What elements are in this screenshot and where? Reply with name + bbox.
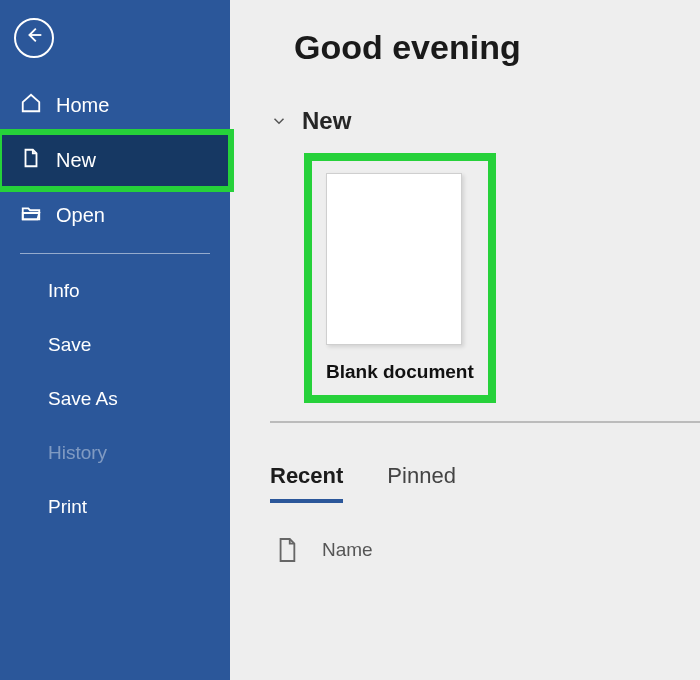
sidebar-item-home[interactable]: Home [0,78,230,133]
sidebar-item-history: History [0,426,230,480]
document-icon [20,147,42,174]
section-new-header[interactable]: New [270,107,700,135]
sidebar-item-print[interactable]: Print [0,480,230,534]
list-header: Name [276,537,700,563]
sidebar-divider [20,253,210,254]
arrow-left-icon [23,24,45,52]
sidebar: Home New Open Info Save Sav [0,0,230,680]
app-root: Home New Open Info Save Sav [0,0,700,680]
sidebar-item-info[interactable]: Info [0,264,230,318]
main-panel: Good evening New Blank document Recent P… [230,0,700,680]
template-blank-document[interactable]: Blank document [310,159,490,397]
sidebar-item-open[interactable]: Open [0,188,230,243]
tab-recent[interactable]: Recent [270,463,343,503]
section-divider [270,421,700,423]
home-icon [20,92,42,119]
template-label: Blank document [326,361,474,383]
tab-pinned[interactable]: Pinned [387,463,456,503]
page-title: Good evening [294,28,700,67]
sidebar-item-label: New [56,149,96,172]
document-icon [276,537,298,563]
back-button[interactable] [14,18,54,58]
column-name: Name [322,539,373,561]
sidebar-item-save[interactable]: Save [0,318,230,372]
sidebar-item-label: Home [56,94,109,117]
template-thumbnail [326,173,462,345]
chevron-down-icon [270,112,288,130]
folder-open-icon [20,202,42,229]
sidebar-item-new[interactable]: New [0,133,230,188]
sidebar-item-save-as[interactable]: Save As [0,372,230,426]
section-label: New [302,107,351,135]
sidebar-item-label: Open [56,204,105,227]
recent-tabs: Recent Pinned [270,463,700,503]
